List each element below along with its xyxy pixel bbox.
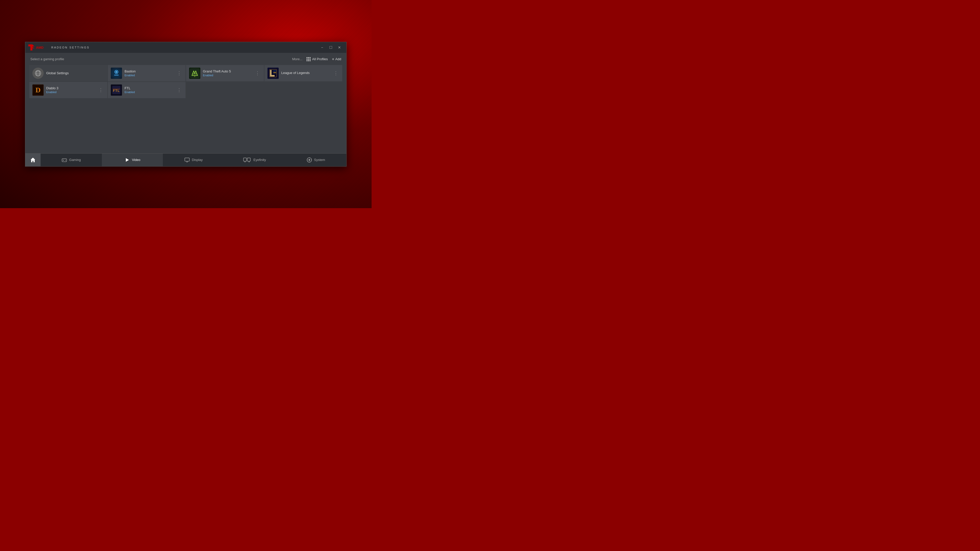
bastion-name: Bastion <box>124 69 173 73</box>
add-plus-icon: + <box>332 57 334 62</box>
display-label: Display <box>192 158 203 162</box>
diablo-game-icon: D 3 <box>33 85 43 95</box>
maximize-button[interactable]: ☐ <box>327 44 334 51</box>
svg-text:V: V <box>194 76 196 77</box>
svg-point-11 <box>116 71 117 73</box>
system-icon <box>307 157 312 163</box>
video-icon <box>124 157 130 163</box>
display-icon <box>184 157 190 163</box>
window-title: RADEON SETTINGS <box>51 46 89 49</box>
bastion-info: Bastion Enabled <box>124 69 173 77</box>
profile-label: Select a gaming profile <box>30 57 292 61</box>
title-bar: AMD RADEON SETTINGS − ☐ ✕ <box>25 42 346 53</box>
gta5-info: Grand Theft Auto 5 Enabled <box>203 69 251 77</box>
diablo3-info: Diablo 3 Enabled <box>46 86 95 94</box>
game-card-ftl[interactable]: FTL FTL Enabled ⋮ <box>108 82 186 98</box>
add-label: Add <box>335 57 341 61</box>
svg-rect-22 <box>273 72 276 73</box>
game-card-diablo3[interactable]: D 3 Diablo 3 Enabled ⋮ <box>29 82 107 98</box>
diablo3-status: Enabled <box>46 91 95 94</box>
gaming-icon <box>62 157 67 163</box>
diablo3-menu-button[interactable]: ⋮ <box>97 87 104 94</box>
ftl-name: FTL <box>124 86 173 90</box>
nav-display-button[interactable]: Display <box>163 154 224 166</box>
gta-game-icon: V <box>190 68 200 78</box>
svg-rect-38 <box>185 158 189 161</box>
all-profiles-label: All Profiles <box>312 57 328 61</box>
lol-info: League of Legends <box>281 71 330 75</box>
video-label: Video <box>132 158 140 162</box>
lol-game-icon <box>268 68 278 78</box>
svg-rect-41 <box>243 158 247 161</box>
global-info: Global Settings <box>46 71 104 75</box>
game-card-gta5[interactable]: V Grand Theft Auto 5 Enabled ⋮ <box>186 65 264 81</box>
global-icon <box>32 68 44 79</box>
game-card-bastion[interactable]: Bastion Enabled ⋮ <box>108 65 186 81</box>
close-button[interactable]: ✕ <box>336 44 343 51</box>
nav-eyefinity-button[interactable]: Eyefinity <box>224 154 285 166</box>
eyefinity-icon <box>243 157 251 163</box>
gta5-menu-button[interactable]: ⋮ <box>254 70 261 76</box>
svg-point-35 <box>65 160 65 160</box>
diablo3-icon: D 3 <box>32 84 44 96</box>
game-card-global[interactable]: Global Settings <box>29 65 107 81</box>
global-name: Global Settings <box>46 71 104 75</box>
header-row: Select a gaming profile More... <box>29 57 342 62</box>
svg-point-36 <box>65 160 66 161</box>
spacer-area <box>29 98 342 149</box>
ftl-info: FTL Enabled <box>124 86 173 94</box>
ftl-icon: FTL <box>111 84 122 96</box>
bottom-nav: Gaming Video Display <box>25 153 346 166</box>
lol-menu-button[interactable]: ⋮ <box>332 70 339 76</box>
svg-text:3: 3 <box>38 87 40 91</box>
ftl-menu-button[interactable]: ⋮ <box>176 87 183 94</box>
svg-marker-31 <box>30 158 35 162</box>
game-grid-row2: D 3 Diablo 3 Enabled ⋮ FTL <box>29 82 342 98</box>
nav-home-button[interactable] <box>25 154 41 166</box>
header-actions: More... All Profiles <box>292 57 341 62</box>
svg-rect-42 <box>247 158 250 161</box>
bastion-status: Enabled <box>124 74 173 77</box>
gaming-label: Gaming <box>69 158 81 162</box>
svg-rect-32 <box>62 159 67 162</box>
window-controls: − ☐ ✕ <box>318 44 343 51</box>
more-button[interactable]: More... <box>292 57 302 61</box>
eyefinity-label: Eyefinity <box>253 158 266 162</box>
gta-icon: V <box>189 68 200 79</box>
svg-marker-37 <box>126 158 129 162</box>
amd-logo: AMD <box>28 44 48 51</box>
nav-system-button[interactable]: System <box>285 154 346 166</box>
content-area: Select a gaming profile More... <box>25 53 346 153</box>
svg-rect-12 <box>114 75 119 76</box>
diablo3-name: Diablo 3 <box>46 86 95 90</box>
bastion-menu-button[interactable]: ⋮ <box>176 70 183 76</box>
amd-icon <box>28 44 35 51</box>
svg-point-48 <box>309 159 310 161</box>
bastion-icon <box>111 68 122 79</box>
bastion-game-icon <box>111 68 121 78</box>
nav-gaming-button[interactable]: Gaming <box>41 154 102 166</box>
minimize-button[interactable]: − <box>318 44 326 51</box>
grid-icon <box>307 57 310 61</box>
empty-cell-2 <box>264 82 342 98</box>
gta5-name: Grand Theft Auto 5 <box>203 69 251 73</box>
system-label: System <box>314 158 325 162</box>
svg-text:FTL: FTL <box>113 89 120 93</box>
empty-cell-1 <box>186 82 264 98</box>
lol-icon <box>267 68 279 79</box>
game-grid: Global Settings Bastion <box>29 65 342 81</box>
ftl-status: Enabled <box>124 91 173 94</box>
lol-name: League of Legends <box>281 71 330 75</box>
all-profiles-button[interactable]: All Profiles <box>307 57 328 61</box>
gta5-status: Enabled <box>203 74 251 77</box>
game-card-lol[interactable]: League of Legends ⋮ <box>264 65 342 81</box>
home-icon <box>30 157 36 163</box>
nav-video-button[interactable]: Video <box>102 154 163 166</box>
main-window: AMD RADEON SETTINGS − ☐ ✕ Select a gamin… <box>25 42 347 167</box>
globe-icon <box>35 70 41 76</box>
add-button[interactable]: + Add <box>332 57 341 62</box>
amd-text-logo: AMD <box>36 45 48 49</box>
svg-text:AMD: AMD <box>36 46 44 49</box>
svg-rect-19 <box>270 75 275 76</box>
ftl-game-icon: FTL <box>111 85 121 95</box>
